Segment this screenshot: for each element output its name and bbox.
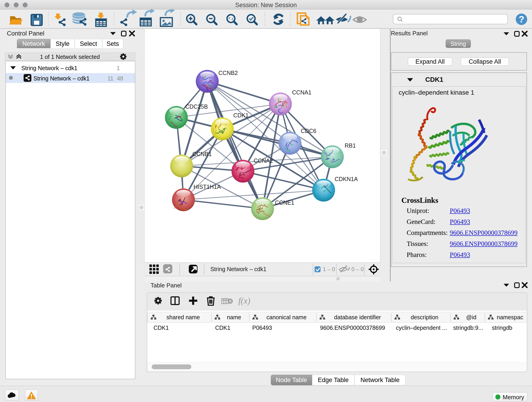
svg-text:RB1: RB1 (345, 142, 356, 149)
svg-text:0 – 0: 0 – 0 (351, 266, 364, 272)
svg-text:CDC25B: CDC25B (185, 103, 208, 110)
svg-text:CDKN1A: CDKN1A (335, 176, 358, 182)
svg-text:HIST1H1A: HIST1H1A (194, 184, 221, 190)
svg-text:CCNB2: CCNB2 (218, 70, 238, 76)
svg-text:CDK1: CDK1 (233, 112, 249, 119)
svg-text:?: ? (519, 14, 524, 24)
svg-text:CCNA2: CCNA2 (254, 157, 273, 164)
svg-text:CCNE1: CCNE1 (275, 199, 294, 206)
svg-text:CCNA1: CCNA1 (292, 89, 312, 96)
svg-text:String Network – cdk1: String Network – cdk1 (210, 266, 266, 272)
svg-text:CCNB1: CCNB1 (192, 151, 212, 157)
svg-text:CDC6: CDC6 (301, 128, 317, 134)
svg-text:1 – 0: 1 – 0 (323, 266, 335, 272)
